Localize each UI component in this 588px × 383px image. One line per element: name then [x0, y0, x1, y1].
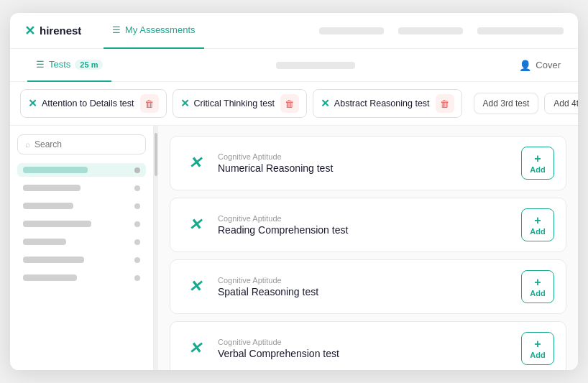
chip-2-label: Critical Thinking test — [194, 98, 275, 109]
add-3rd-test-button[interactable]: Add 3rd test — [474, 93, 539, 114]
test-card-name-2: Spatial Reasoning test — [218, 286, 511, 297]
sidebar-item-6[interactable] — [17, 271, 146, 285]
sidebar-wrapper: ⌕ — [10, 126, 158, 370]
chip-2-icon: ✕ — [180, 97, 190, 110]
delete-chip-2-button[interactable]: 🗑 — [280, 94, 299, 113]
logo-text: hirenest — [40, 24, 81, 37]
test-chip-1: ✕ Attention to Details test 🗑 — [20, 89, 167, 118]
sidebar-item-dot-4 — [134, 239, 140, 245]
sidebar-scrollbar[interactable] — [154, 126, 158, 370]
sidebar-scroll-thumb — [155, 133, 157, 176]
topbar-ph2 — [398, 27, 463, 34]
add-plus-icon-1: + — [534, 215, 541, 226]
search-input[interactable] — [35, 139, 138, 149]
add-test-2-button[interactable]: + Add — [521, 270, 554, 303]
sidebar-item-1[interactable] — [17, 181, 146, 195]
cover-tab[interactable]: 👤 Cover — [519, 60, 561, 71]
tests-bar: ✕ Attention to Details test 🗑 ✕ Critical… — [10, 82, 578, 126]
chip-3-icon: ✕ — [321, 97, 330, 110]
topbar: ✕ hirenest ☰ My Assessments — [10, 13, 578, 49]
sidebar-item-bar-5 — [23, 257, 84, 263]
tab-tests[interactable]: ☰ Tests 25 m — [27, 49, 111, 82]
add-btn-label-1: Add — [530, 227, 545, 236]
test-card-category-2: Cognitive Aptitude — [218, 276, 511, 285]
sidebar-item-bar-2 — [23, 203, 73, 209]
cover-label: Cover — [536, 60, 561, 70]
sidebar-item-3[interactable] — [17, 217, 146, 231]
cover-icon: 👤 — [519, 60, 531, 71]
test-chip-3: ✕ Abstract Reasoning test 🗑 — [313, 89, 462, 118]
test-card-name-1: Reading Comprehension test — [218, 224, 511, 236]
subheader: ☰ Tests 25 m 👤 Cover — [10, 49, 578, 82]
add-4th-test-button[interactable]: Add 4th test — [544, 93, 578, 114]
logo: ✕ hirenest — [24, 23, 89, 39]
test-card-category-3: Cognitive Aptitude — [218, 338, 511, 346]
test-card-info-2: Cognitive Aptitude Spatial Reasoning tes… — [218, 276, 511, 297]
subheader-ph1 — [276, 62, 355, 69]
add-test-3-button[interactable]: + Add — [521, 332, 554, 365]
app-window: ✕ hirenest ☰ My Assessments ☰ Tests 25 m… — [10, 13, 578, 370]
test-card-0: ✕ Cognitive Aptitude Numerical Reasoning… — [170, 136, 566, 190]
test-card-name-0: Numerical Reasoning test — [218, 162, 511, 174]
tab-my-assessments-label: My Assessments — [125, 24, 196, 35]
sidebar-item-bar-3 — [23, 221, 91, 227]
sidebar-item-5[interactable] — [17, 253, 146, 267]
hirenest-logo-2: ✕ — [188, 279, 201, 295]
tests-list-icon: ☰ — [36, 59, 45, 70]
topbar-ph3 — [477, 27, 564, 34]
test-card-category-1: Cognitive Aptitude — [218, 214, 511, 223]
delete-chip-1-button[interactable]: 🗑 — [140, 94, 159, 113]
test-list: ✕ Cognitive Aptitude Numerical Reasoning… — [158, 126, 578, 370]
chip-3-label: Abstract Reasoning test — [334, 98, 430, 109]
test-card-icon-0: ✕ — [182, 150, 208, 176]
test-card-info-1: Cognitive Aptitude Reading Comprehension… — [218, 214, 511, 236]
sidebar-item-dot-0 — [134, 167, 140, 173]
hirenest-logo-3: ✕ — [188, 341, 201, 356]
sidebar-item-bar-0 — [23, 167, 88, 173]
logo-icon: ✕ — [24, 23, 35, 39]
main-content: ⌕ — [10, 126, 578, 370]
add-btn-label-0: Add — [530, 165, 545, 174]
tests-tab-label: Tests — [49, 59, 70, 70]
sidebar-item-bar-4 — [23, 239, 66, 245]
search-icon: ⌕ — [25, 139, 30, 149]
test-card-3: ✕ Cognitive Aptitude Verbal Comprehensio… — [170, 321, 566, 370]
sidebar-item-0[interactable] — [17, 163, 146, 177]
add-plus-icon-2: + — [534, 277, 541, 288]
sidebar-item-dot-2 — [134, 203, 140, 209]
test-card-info-3: Cognitive Aptitude Verbal Comprehension … — [218, 338, 511, 359]
topbar-ph1 — [319, 27, 384, 34]
tab-list-icon: ☰ — [112, 24, 121, 35]
chip-1-icon: ✕ — [28, 97, 37, 110]
sidebar-item-dot-3 — [134, 221, 140, 227]
hirenest-logo-0: ✕ — [188, 155, 201, 171]
test-card-2: ✕ Cognitive Aptitude Spatial Reasoning t… — [170, 259, 566, 314]
chip-1-label: Attention to Details test — [42, 98, 134, 109]
test-card-icon-2: ✕ — [182, 274, 208, 300]
test-card-icon-3: ✕ — [182, 336, 208, 361]
tab-my-assessments[interactable]: ☰ My Assessments — [104, 13, 204, 49]
test-card-info-0: Cognitive Aptitude Numerical Reasoning t… — [218, 152, 511, 174]
sidebar-item-4[interactable] — [17, 235, 146, 249]
delete-chip-3-button[interactable]: 🗑 — [436, 94, 454, 113]
test-card-1: ✕ Cognitive Aptitude Reading Comprehensi… — [170, 198, 566, 252]
add-plus-icon-3: + — [534, 338, 541, 350]
hirenest-logo-1: ✕ — [188, 217, 201, 233]
sidebar: ⌕ — [10, 126, 154, 370]
test-card-name-3: Verbal Comprehension test — [218, 348, 511, 359]
search-box[interactable]: ⌕ — [17, 134, 146, 154]
add-btn-label-2: Add — [530, 289, 545, 297]
sidebar-item-bar-6 — [23, 274, 77, 281]
sidebar-item-dot-6 — [134, 275, 140, 281]
add-test-0-button[interactable]: + Add — [521, 147, 554, 180]
test-card-icon-1: ✕ — [182, 212, 208, 238]
add-test-1-button[interactable]: + Add — [521, 208, 554, 241]
sidebar-item-2[interactable] — [17, 199, 146, 213]
test-card-category-0: Cognitive Aptitude — [218, 152, 511, 161]
tests-badge: 25 m — [75, 60, 103, 70]
sidebar-item-bar-1 — [23, 185, 81, 191]
add-plus-icon-0: + — [534, 153, 541, 165]
sidebar-item-dot-1 — [134, 185, 140, 191]
add-btn-label-3: Add — [530, 351, 545, 359]
test-chip-2: ✕ Critical Thinking test 🗑 — [173, 89, 307, 118]
